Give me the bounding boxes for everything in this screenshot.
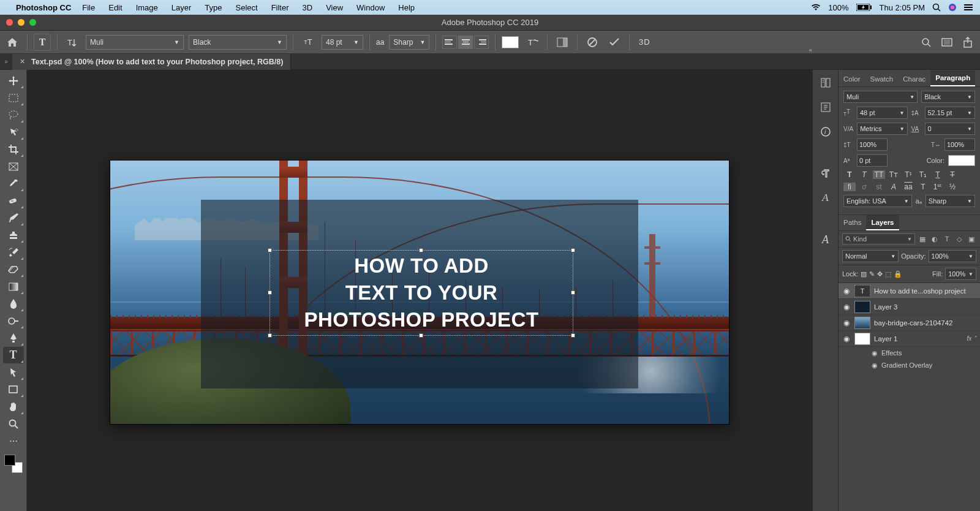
text-color-swatch[interactable] — [502, 36, 519, 48]
handle-bot-left[interactable] — [268, 333, 272, 338]
char-hscale[interactable] — [944, 138, 975, 151]
glyphs-panel-icon[interactable]: A — [818, 232, 834, 248]
font-size-dropdown[interactable]: 48 pt▼ — [322, 35, 363, 50]
superscript-button[interactable]: T¹ — [902, 170, 914, 179]
subscript-button[interactable]: T₁ — [917, 170, 929, 179]
fx-badge[interactable]: fx ˄ — [967, 335, 976, 342]
bold-button[interactable]: T — [843, 170, 856, 179]
text-orientation-button[interactable]: T — [64, 34, 81, 51]
char-language[interactable]: English: USA▼ — [843, 195, 912, 207]
filter-adjust-icon[interactable]: ◐ — [930, 235, 940, 243]
lock-paint-icon[interactable]: ✎ — [869, 270, 875, 278]
menu-file[interactable]: File — [82, 3, 95, 12]
handle-bot-right[interactable] — [571, 333, 575, 338]
char-vscale[interactable] — [857, 138, 888, 151]
ligatures-button[interactable]: fi — [843, 183, 856, 191]
toolbar-expand-icon[interactable]: » — [0, 58, 12, 65]
contextual-alt-button[interactable]: σ — [858, 183, 870, 191]
tool-preset-picker[interactable]: T — [34, 34, 51, 51]
history-panel-icon[interactable] — [818, 75, 834, 91]
char-leading[interactable]: 52.15 pt▼ — [925, 107, 976, 119]
frame-tool[interactable] — [3, 158, 24, 175]
canvas-area[interactable]: HOW TO ADD TEXT TO YOUR PHOTOSHOP PROJEC… — [27, 70, 812, 511]
text-line-3[interactable]: PHOTOSHOP PROJECT — [270, 308, 573, 331]
smallcaps-button[interactable]: Tᴛ — [888, 170, 900, 179]
quick-selection-tool[interactable] — [3, 124, 24, 140]
menu-select[interactable]: Select — [235, 3, 257, 12]
siri-icon[interactable] — [948, 3, 957, 12]
layer-row-image[interactable]: ◉ bay-bridge-cars-2104742 — [839, 315, 980, 331]
pen-tool[interactable] — [3, 330, 24, 346]
app-name[interactable]: Photoshop CC — [16, 3, 71, 12]
properties-panel-icon[interactable] — [818, 99, 834, 115]
visibility-toggle[interactable]: ◉ — [842, 335, 851, 343]
visibility-toggle[interactable]: ◉ — [842, 287, 851, 295]
char-color-swatch[interactable] — [948, 155, 975, 166]
filter-type-icon[interactable]: T — [942, 235, 952, 243]
menu-type[interactable]: Type — [205, 3, 222, 12]
screen-mode-button[interactable] — [938, 34, 956, 51]
layer-row-text[interactable]: ◉ T How to add te...oshop project — [839, 283, 980, 299]
ordinals-button[interactable]: T — [917, 183, 929, 191]
fraction-button[interactable]: ½ — [946, 183, 959, 191]
handle-top-left[interactable] — [268, 248, 272, 252]
char-kerning[interactable]: Metrics▼ — [857, 123, 907, 135]
align-left-button[interactable] — [442, 36, 457, 49]
rectangle-tool[interactable] — [3, 381, 24, 398]
type-tool[interactable]: T — [3, 347, 24, 363]
handle-bot-mid[interactable] — [419, 333, 423, 338]
spotlight-icon[interactable] — [932, 3, 941, 12]
tab-color[interactable]: Color — [839, 72, 865, 86]
visibility-toggle[interactable]: ◉ — [842, 319, 851, 327]
fractions-button[interactable]: 1ˢᵗ — [932, 183, 944, 191]
warp-text-button[interactable]: T — [524, 34, 541, 51]
wifi-icon[interactable] — [811, 4, 821, 11]
layer-filter-kind[interactable]: Kind▼ — [842, 233, 915, 244]
menu-filter[interactable]: Filter — [271, 3, 289, 12]
search-button[interactable] — [918, 34, 935, 51]
text-bounding-box[interactable]: HOW TO ADD TEXT TO YOUR PHOTOSHOP PROJEC… — [270, 250, 573, 336]
italic-button[interactable]: T — [858, 170, 870, 179]
char-font-family[interactable]: Muli▼ — [843, 91, 918, 103]
blur-tool[interactable] — [3, 295, 24, 312]
tab-paragraph[interactable]: Paragraph — [930, 70, 975, 86]
paragraph-panel-icon[interactable] — [818, 165, 834, 181]
font-family-dropdown[interactable]: Muli▼ — [86, 35, 184, 50]
info-panel-icon[interactable]: i — [818, 124, 834, 140]
allcaps-button[interactable]: TT — [873, 170, 885, 179]
eyedropper-tool[interactable] — [3, 175, 24, 192]
character-panel-toggle[interactable] — [554, 34, 571, 51]
notifications-icon[interactable] — [964, 4, 973, 11]
path-selection-tool[interactable] — [3, 364, 24, 380]
share-button[interactable] — [959, 34, 976, 51]
layer-row-layer1[interactable]: ◉ Layer 1 fx ˄ — [839, 331, 980, 347]
char-baseline[interactable] — [857, 154, 888, 167]
filter-shape-icon[interactable]: ◇ — [954, 235, 964, 243]
visibility-toggle[interactable]: ◉ — [842, 303, 851, 311]
text-line-2[interactable]: TEXT TO YOUR — [270, 281, 573, 305]
align-right-button[interactable] — [474, 36, 489, 49]
stylistic-alt-button[interactable]: st — [873, 183, 885, 191]
handle-mid-left[interactable] — [268, 290, 272, 295]
filter-smart-icon[interactable]: ▣ — [967, 235, 976, 243]
menubar-clock[interactable]: Thu 2:05 PM — [880, 3, 925, 12]
menu-view[interactable]: View — [326, 3, 343, 12]
dodge-tool[interactable] — [3, 312, 24, 329]
menu-help[interactable]: Help — [398, 3, 415, 12]
strikethrough-button[interactable]: T — [946, 170, 959, 179]
lock-all-icon[interactable]: 🔒 — [894, 270, 902, 278]
char-font-style[interactable]: Black▼ — [921, 91, 975, 103]
tab-paths[interactable]: Paths — [839, 215, 866, 230]
history-brush-tool[interactable] — [3, 244, 24, 260]
hand-tool[interactable] — [3, 398, 24, 415]
tab-layers[interactable]: Layers — [866, 215, 899, 230]
zoom-tool[interactable] — [3, 415, 24, 432]
healing-brush-tool[interactable] — [3, 192, 24, 209]
menu-image[interactable]: Image — [136, 3, 158, 12]
menu-window[interactable]: Window — [356, 3, 385, 12]
marquee-tool[interactable] — [3, 89, 24, 106]
color-swatches[interactable] — [4, 455, 23, 473]
crop-tool[interactable] — [3, 141, 24, 157]
opacity-input[interactable]: 100%▼ — [929, 250, 976, 262]
blend-mode-dropdown[interactable]: Normal▼ — [842, 250, 899, 262]
